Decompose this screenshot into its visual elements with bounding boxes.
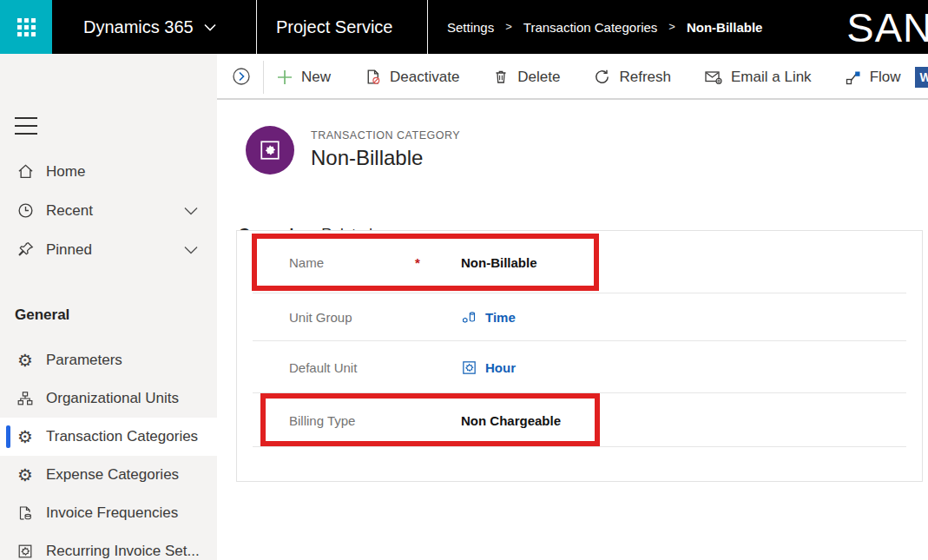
sidebar-item-invoice-frequencies[interactable]: Invoice Frequencies	[0, 494, 217, 532]
sidemap-group-header: General	[15, 306, 69, 324]
sidebar-entity-list: ⚙ Parameters Organizational Units ⚙ Tran…	[0, 341, 217, 560]
delete-button[interactable]: Delete	[492, 68, 560, 86]
chevron-down-icon[interactable]	[184, 207, 198, 215]
deactivate-icon	[364, 68, 382, 86]
breadcrumb: Settings > Transaction Categories > Non-…	[447, 0, 762, 54]
sidebar-item-parameters[interactable]: ⚙ Parameters	[0, 341, 217, 379]
chevron-down-icon	[204, 23, 216, 31]
default-unit-lookup[interactable]: Hour	[461, 359, 516, 376]
button-label: Flow	[870, 69, 901, 86]
email-link-icon	[704, 68, 723, 86]
topbar-divider	[256, 0, 257, 54]
app-title: Dynamics 365	[83, 17, 194, 37]
app-title-menu[interactable]: Dynamics 365	[83, 0, 216, 54]
lookup-value: Hour	[485, 360, 516, 375]
waffle-icon	[17, 18, 36, 36]
home-icon	[15, 162, 36, 181]
required-asterisk: *	[415, 255, 420, 270]
organization-name: SAN	[846, 1, 928, 54]
breadcrumb-transaction-categories[interactable]: Transaction Categories	[523, 20, 658, 35]
sidebar-item-organizational-units[interactable]: Organizational Units	[0, 379, 217, 418]
button-label: Email a Link	[731, 69, 812, 86]
sidebar-item-expense-categories[interactable]: ⚙ Expense Categories	[0, 456, 217, 494]
flow-icon	[845, 69, 862, 86]
word-icon: W	[919, 70, 928, 84]
sidebar-item-home[interactable]: Home	[0, 152, 217, 191]
sidebar-item-label: Recent	[46, 202, 93, 220]
expand-command-bar-button[interactable]	[231, 66, 252, 87]
field-row-default-unit: Default Unit Hour	[237, 341, 922, 393]
transaction-category-icon	[259, 139, 281, 161]
invoice-icon	[15, 504, 36, 522]
refresh-button[interactable]: Refresh	[593, 68, 671, 86]
module-title[interactable]: Project Service	[276, 0, 393, 54]
name-field-value[interactable]: Non-Billable	[461, 255, 537, 270]
main-content: New Deactivate Delete	[217, 54, 928, 560]
trash-icon	[492, 68, 510, 86]
top-navigation-bar: Dynamics 365 Project Service Settings > …	[0, 0, 928, 54]
topbar-divider	[427, 0, 428, 54]
sidebar-item-label: Expense Categories	[46, 466, 179, 484]
breadcrumb-settings[interactable]: Settings	[447, 20, 494, 35]
field-label: Name	[289, 255, 324, 270]
word-templates-button[interactable]: W	[914, 66, 928, 89]
unit-group-lookup[interactable]: Time	[461, 309, 516, 326]
app-launcher-button[interactable]	[0, 0, 52, 54]
sidebar-item-label: Transaction Categories	[46, 428, 198, 445]
gear-icon: ⚙	[15, 428, 36, 445]
org-chart-icon	[15, 390, 36, 407]
breadcrumb-chevron-icon: >	[505, 20, 512, 33]
button-label: Delete	[517, 69, 560, 86]
sidebar-item-transaction-categories[interactable]: ⚙ Transaction Categories	[0, 418, 217, 456]
entity-type-label: TRANSACTION CATEGORY	[311, 129, 460, 142]
breadcrumb-chevron-icon: >	[668, 20, 675, 33]
sidebar-item-label: Recurring Invoice Set...	[46, 543, 200, 560]
button-label: Deactivate	[390, 69, 459, 86]
refresh-icon	[593, 68, 611, 86]
sidebar-item-recent[interactable]: Recent	[0, 191, 217, 230]
sidebar-top-nav: Home Recent Pinned	[0, 152, 217, 269]
deactivate-button[interactable]: Deactivate	[364, 68, 459, 86]
unit-group-icon	[461, 309, 477, 326]
field-label: Unit Group	[289, 310, 352, 325]
breadcrumb-current-record[interactable]: Non-Billable	[687, 20, 763, 35]
sidebar-item-label: Home	[46, 163, 85, 181]
field-row-name: Name * Non-Billable	[237, 231, 922, 293]
gear-icon: ⚙	[15, 352, 36, 369]
sidebar-item-label: Organizational Units	[46, 390, 179, 407]
billing-type-field-value[interactable]: Non Chargeable	[461, 413, 561, 428]
new-button[interactable]: New	[276, 69, 331, 86]
site-map-sidebar: Home Recent Pinned Gene	[0, 54, 217, 560]
email-a-link-button[interactable]: Email a Link	[704, 68, 812, 86]
sidebar-item-recurring-invoice-setup[interactable]: Recurring Invoice Set...	[0, 532, 217, 560]
record-title: Non-Billable	[311, 146, 423, 170]
command-bar-divider	[263, 61, 264, 94]
field-row-billing-type: Billing Type Non Chargeable	[237, 393, 922, 447]
collapse-sitemap-button[interactable]	[15, 117, 37, 135]
clock-icon	[15, 201, 36, 220]
lookup-value: Time	[485, 310, 516, 325]
command-bar: New Deactivate Delete	[217, 54, 928, 100]
field-label: Billing Type	[289, 413, 355, 428]
sidebar-item-label: Pinned	[46, 241, 92, 259]
unit-icon	[461, 359, 477, 376]
button-label: Refresh	[619, 69, 671, 86]
sidebar-item-pinned[interactable]: Pinned	[0, 230, 217, 269]
field-label: Default Unit	[289, 360, 357, 375]
sidebar-item-label: Parameters	[46, 352, 122, 369]
pin-icon	[15, 240, 36, 259]
row-divider	[253, 446, 906, 447]
plus-icon	[276, 69, 293, 86]
chevron-down-icon[interactable]	[184, 246, 198, 254]
field-row-unit-group: Unit Group Time	[237, 293, 922, 341]
entity-avatar	[246, 126, 294, 175]
sidebar-item-label: Invoice Frequencies	[46, 504, 178, 522]
dynamics-365-window: Dynamics 365 Project Service Settings > …	[0, 0, 928, 560]
gear-icon: ⚙	[15, 466, 36, 484]
button-label: New	[301, 69, 331, 86]
general-form-section: Name * Non-Billable Unit Group Time Defa…	[236, 230, 923, 482]
recurring-invoice-icon	[15, 543, 36, 560]
